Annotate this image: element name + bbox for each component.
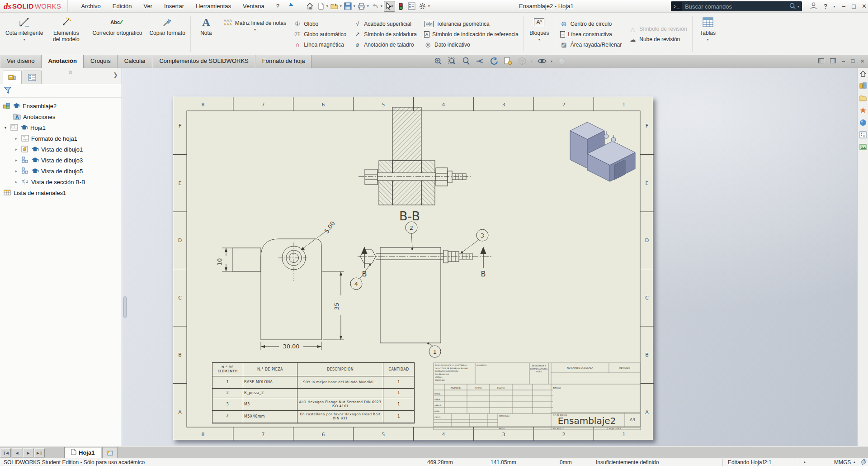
select-tool[interactable]: ▾ bbox=[384, 1, 395, 12]
note-button[interactable]: A Nota bbox=[192, 14, 220, 55]
expand-arrow[interactable]: ▸ bbox=[14, 136, 19, 141]
geometric-tolerance-button[interactable]: ⊕|⌀Tolerancia geométrica bbox=[424, 19, 519, 29]
model-items-button[interactable]: Elementos del modelo bbox=[47, 14, 85, 55]
auto-balloon-button[interactable]: ①ϜGlobo automático bbox=[293, 30, 346, 39]
close-button[interactable]: × bbox=[862, 2, 866, 10]
pane-right-icon[interactable] bbox=[830, 58, 836, 63]
spell-checker-button[interactable]: Abc✓ Corrector ortográfico bbox=[89, 14, 146, 55]
section-view-b-b[interactable]: B-B bbox=[359, 107, 471, 223]
sheet-tab-hoja1[interactable]: Hoja1 bbox=[64, 447, 101, 458]
menu-ayuda[interactable]: ? bbox=[271, 1, 284, 11]
document-recovery-icon[interactable] bbox=[859, 143, 867, 151]
zoom-to-area-icon[interactable] bbox=[447, 56, 457, 66]
previous-sheet-button[interactable]: ◀ bbox=[12, 448, 22, 457]
new-dropdown[interactable]: ▾ bbox=[326, 4, 328, 8]
minimize-button[interactable]: – bbox=[842, 3, 845, 10]
home-icon[interactable] bbox=[305, 1, 315, 11]
user-account-icon[interactable] bbox=[810, 2, 817, 11]
centerline-button[interactable]: ┄Línea constructiva bbox=[560, 30, 622, 39]
sheet-scale[interactable]: 2:1 bbox=[764, 459, 772, 466]
view-palette-icon[interactable] bbox=[859, 106, 867, 114]
tree-item-view3[interactable]: ▸ Vista de dibujo3 bbox=[0, 155, 122, 166]
rebuild-icon[interactable] bbox=[396, 1, 406, 11]
feature-manager-tab[interactable] bbox=[3, 71, 22, 84]
save-dropdown[interactable]: ▾ bbox=[354, 4, 355, 8]
property-manager-tab[interactable] bbox=[23, 71, 42, 84]
balloon-button[interactable]: ①Globo bbox=[293, 19, 346, 29]
search-icon[interactable] bbox=[789, 2, 796, 11]
magnetic-line-button[interactable]: ∩Línea magnética bbox=[293, 40, 346, 49]
open-icon[interactable] bbox=[330, 1, 340, 11]
add-sheet-button[interactable] bbox=[102, 447, 118, 458]
panel-collapse-handle[interactable] bbox=[69, 71, 72, 74]
help-dropdown[interactable]: ▾ bbox=[833, 5, 835, 9]
tab-ver-diseno[interactable]: Ver diseño bbox=[0, 55, 41, 68]
isometric-view[interactable] bbox=[570, 122, 635, 181]
tree-item-bom[interactable]: Lista de materiales1 bbox=[0, 187, 122, 198]
tab-complementos[interactable]: Complementos de SOLIDWORKS bbox=[152, 55, 255, 68]
new-document-icon[interactable] bbox=[316, 1, 326, 11]
smart-dimension-button[interactable]: Cota inteligente ▾ bbox=[2, 14, 47, 55]
doc-minimize-button[interactable]: – bbox=[842, 57, 845, 64]
tree-item-section-view[interactable]: ▸ Vista de sección B-B bbox=[0, 176, 122, 187]
datum-feature-button[interactable]: ASímbolo de indicación de referencia bbox=[424, 30, 519, 39]
scale-dropdown[interactable]: ▴ bbox=[804, 460, 806, 464]
open-dropdown[interactable]: ▾ bbox=[340, 4, 342, 8]
tab-formato-hoja[interactable]: Formato de hoja bbox=[255, 55, 312, 68]
area-hatch-button[interactable]: ▨Área rayada/Rellenar bbox=[560, 40, 622, 49]
tab-calcular[interactable]: Calcular bbox=[118, 55, 153, 68]
print-icon[interactable] bbox=[357, 1, 367, 11]
bom-table[interactable]: N.° DE ELEMENTO N.° DE PIEZA DESCRIPCIÓN… bbox=[212, 362, 415, 423]
menu-ver[interactable]: Ver bbox=[138, 1, 157, 11]
select-dropdown[interactable]: ▾ bbox=[392, 4, 393, 8]
save-icon[interactable] bbox=[343, 1, 353, 11]
menu-archivo[interactable]: Archivo bbox=[76, 1, 105, 11]
menu-herramientas[interactable]: Herramientas bbox=[191, 1, 236, 11]
smart-dimension-dropdown[interactable]: ▾ bbox=[24, 38, 25, 42]
restore-button[interactable]: □ bbox=[852, 3, 855, 10]
panel-splitter-grip[interactable] bbox=[123, 296, 127, 318]
expand-arrow[interactable]: ▸ bbox=[14, 147, 19, 152]
resources-home-icon[interactable] bbox=[859, 70, 867, 78]
expand-arrow-open[interactable]: ▾ bbox=[3, 125, 8, 130]
undo-dropdown[interactable]: ▾ bbox=[381, 4, 382, 8]
file-properties-icon[interactable] bbox=[407, 1, 417, 11]
search-dropdown[interactable]: ▾ bbox=[797, 5, 799, 9]
blocks-dropdown[interactable]: ▾ bbox=[538, 38, 540, 42]
expand-arrow[interactable]: ▸ bbox=[14, 158, 19, 162]
menu-edicion[interactable]: Edición bbox=[108, 1, 137, 11]
tree-item-sheet[interactable]: ▾ Hoja1 bbox=[0, 122, 122, 133]
revision-cloud-button[interactable]: ☁Nube de revisión bbox=[629, 35, 687, 44]
options-gear-icon[interactable] bbox=[418, 1, 428, 11]
title-block[interactable]: SI NO SE INDICA LO CONTRARIO: LAS COTAS … bbox=[434, 363, 641, 430]
linear-note-pattern-button[interactable]: AAAAAA Matriz lineal de notas ▾ bbox=[220, 14, 290, 55]
tree-item-view1[interactable]: ▸ Vista de dibujo1 bbox=[0, 144, 122, 155]
surface-finish-button[interactable]: √Acabado superficial bbox=[354, 19, 417, 29]
hole-callout-button[interactable]: ⌀Anotación de taladro bbox=[354, 40, 417, 49]
tab-anotacion[interactable]: Anotación bbox=[41, 55, 84, 68]
tree-item-sheet-format[interactable]: ▸ Formato de hoja1 bbox=[0, 133, 122, 144]
blocks-button[interactable]: A° Bloques ▾ bbox=[525, 14, 553, 55]
first-sheet-button[interactable]: ❙◀ bbox=[0, 448, 11, 457]
balloons[interactable]: 2 3 4 1 bbox=[350, 222, 488, 357]
next-sheet-button[interactable]: ▶ bbox=[23, 448, 33, 457]
menu-insertar[interactable]: Insertar bbox=[159, 1, 189, 11]
panel-flyout-chevron[interactable]: ❯ bbox=[113, 71, 118, 78]
tree-item-view5[interactable]: ▸ Vista de dibujo5 bbox=[0, 166, 122, 176]
help-button[interactable]: ? bbox=[824, 3, 828, 10]
undo-icon[interactable] bbox=[370, 1, 380, 11]
front-view[interactable] bbox=[233, 239, 321, 340]
weld-symbol-button[interactable]: ↗Símbolo de soldadura bbox=[354, 30, 417, 39]
last-sheet-button[interactable]: ▶❙ bbox=[34, 448, 45, 457]
datum-target-button[interactable]: ◎Dato indicativo bbox=[424, 40, 519, 49]
format-painter-button[interactable]: Copiar formato bbox=[146, 14, 189, 55]
zoom-to-fit-icon[interactable] bbox=[433, 56, 443, 66]
redraw-icon[interactable] bbox=[489, 56, 499, 66]
center-mark-button[interactable]: ⊕Centro de círculo bbox=[560, 19, 622, 29]
units-dropdown[interactable]: ▴ bbox=[854, 460, 855, 464]
print-dropdown[interactable]: ▾ bbox=[367, 4, 369, 8]
top-view[interactable] bbox=[358, 247, 492, 343]
front-view-dimensions[interactable]: 10 5.00 35 30.00 bbox=[216, 220, 344, 350]
doc-restore-button[interactable]: □ bbox=[851, 57, 854, 64]
tree-item-assembly-root[interactable]: Ensamblaje2 bbox=[0, 100, 122, 111]
